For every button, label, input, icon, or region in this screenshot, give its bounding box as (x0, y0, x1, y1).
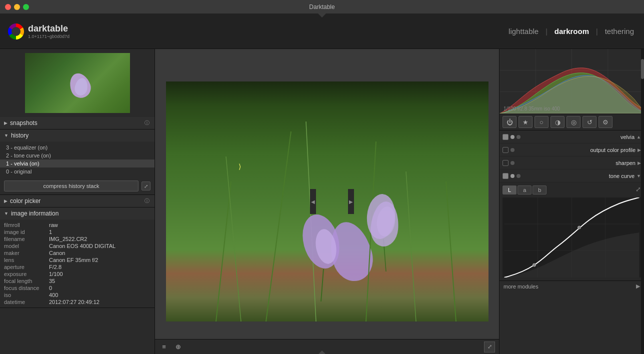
bottom-toolbar: ≡ ⊕ ⤢ (155, 339, 499, 354)
titlebar-arrow (318, 14, 326, 18)
close-button[interactable] (5, 4, 11, 10)
compress-history-button[interactable]: compress history stack (4, 180, 138, 192)
refresh-button[interactable]: ↺ (582, 116, 596, 128)
more-modules-row[interactable]: more modules ▶ (500, 280, 644, 292)
snapshots-header[interactable]: ▶ snapshots ⓘ (0, 117, 154, 129)
power-button[interactable]: ⏻ (502, 116, 516, 128)
left-panel: ▶ snapshots ⓘ ▼ history 3 - equalizer (o… (0, 49, 155, 354)
svg-point-27 (578, 226, 581, 229)
tone-curve-dot2 (516, 174, 520, 178)
main-image[interactable]: ⟩ (166, 82, 488, 322)
tone-curve-graph[interactable] (502, 198, 641, 278)
velvia-arrow[interactable]: ▲ (636, 134, 641, 140)
velvia-label: velvia (522, 134, 634, 140)
right-panel-toggle[interactable]: ▶ (348, 189, 354, 214)
history-item-0[interactable]: 0 - original (0, 168, 154, 176)
info-filename-value: IMG_2522.CR2 (49, 236, 87, 242)
presets-button[interactable]: ★ (518, 116, 532, 128)
info-filmroll: filmroll raw (4, 222, 150, 228)
color-picker-info-icon[interactable]: ⓘ (144, 198, 150, 204)
more-modules-label: more modules (504, 284, 538, 290)
sharpen-arrow[interactable]: ▶ (638, 160, 641, 166)
color-picker-section: ▶ color picker ⓘ (0, 195, 154, 208)
svg-line-12 (384, 239, 386, 272)
history-item-3[interactable]: 3 - equalizer (on) (0, 144, 154, 152)
info-focus-label: focus distance (4, 285, 49, 291)
info-aperture-label: aperture (4, 264, 49, 270)
info-datetime: datetime 2012:07:27 20:49:12 (4, 298, 150, 306)
info-lens-value: Canon EF 35mm f/2 (49, 257, 98, 263)
tc-fullscreen-icon[interactable]: ⤢ (636, 186, 641, 194)
minimize-button[interactable] (14, 4, 20, 10)
info-datetime-value: 2012:07:27 20:49:12 (49, 299, 100, 305)
info-lens-label: lens (4, 257, 49, 263)
snapshots-info-icon[interactable]: ⓘ (144, 120, 150, 126)
svg-line-6 (446, 182, 456, 322)
nav-links: lighttable | darkroom | tethering (506, 26, 636, 36)
tone-curve-label: tone curve (522, 173, 634, 179)
info-filename-label: filename (4, 236, 49, 242)
info-focal-value: 35 (49, 278, 55, 284)
svg-line-0 (216, 182, 231, 322)
color-picker-header[interactable]: ▶ color picker ⓘ (0, 195, 154, 207)
tc-tab-b[interactable]: b (532, 186, 546, 194)
svg-line-4 (366, 142, 376, 322)
history-header[interactable]: ▼ history (0, 130, 154, 142)
info-focal-label: focal length (4, 278, 49, 284)
nav-thumbnail-section (0, 49, 154, 117)
svg-point-7 (296, 210, 344, 272)
history-item-2[interactable]: 2 - tone curve (on) (0, 152, 154, 160)
history-item-1[interactable]: 1 - velvia (on) (0, 160, 154, 168)
color-profile-arrow[interactable]: ▶ (638, 148, 641, 152)
svg-line-1 (226, 156, 241, 322)
tc-tab-L[interactable]: L (502, 186, 516, 194)
image-info-content: filmroll raw image id 1 filename IMG_252… (0, 220, 154, 308)
settings-button[interactable]: ⚙ (598, 116, 612, 128)
maximize-button[interactable] (23, 4, 29, 10)
right-panel: 1/100 f/2.8 35mm iso 400 ⏻ ★ ○ ◑ ◎ ↺ ⚙ v… (499, 49, 644, 354)
velvia-dot2 (516, 135, 520, 139)
right-scrollbar[interactable] (641, 49, 644, 354)
layers-button[interactable]: ⊕ (173, 342, 183, 352)
nav-sep-2: | (596, 28, 598, 36)
logo-icon (8, 24, 24, 40)
nav-tethering[interactable]: tethering (603, 26, 636, 36)
velvia-toggle[interactable] (502, 134, 508, 140)
svg-point-9 (365, 193, 397, 240)
header-bar: darktable 1.0+1171~gb0d0d7d lighttable |… (0, 14, 644, 49)
image-info-header[interactable]: ▼ image information (0, 208, 154, 220)
history-section: ▼ history 3 - equalizer (on) 2 - tone cu… (0, 130, 154, 195)
snapshots-title: snapshots (10, 120, 144, 126)
info-focal-length: focal length 35 (4, 278, 150, 284)
info-datetime-label: datetime (4, 299, 49, 305)
view-button[interactable]: ⤢ (484, 342, 495, 352)
info-maker-label: maker (4, 250, 49, 256)
info-model-value: Canon EOS 400D DIGITAL (49, 243, 116, 249)
nav-thumbnail[interactable] (25, 53, 130, 113)
circle-button[interactable]: ○ (534, 116, 548, 128)
compress-btn-row: compress history stack ⤢ (0, 178, 154, 194)
scrollbar-thumb[interactable] (641, 59, 644, 79)
history-triangle: ▼ (4, 133, 8, 138)
nav-darkroom[interactable]: darkroom (552, 26, 591, 36)
nav-lighttable[interactable]: lighttable (506, 26, 540, 36)
more-modules-arrow: ▶ (636, 283, 640, 290)
info-lens: lens Canon EF 35mm f/2 (4, 256, 150, 264)
compress-icon-button[interactable]: ⤢ (142, 182, 150, 190)
contrast-button[interactable]: ◑ (550, 116, 564, 128)
color-profile-toggle[interactable] (502, 147, 508, 153)
info-focus-distance: focus distance 0 (4, 284, 150, 292)
center-panel: ◀ ▶ ⟩ (155, 49, 499, 354)
left-panel-toggle[interactable]: ◀ (310, 189, 316, 214)
layout-button[interactable]: ≡ (159, 342, 169, 352)
module-tone-curve-row: tone curve ▼ (500, 170, 644, 182)
color-button[interactable]: ◎ (566, 116, 580, 128)
tone-curve-expand[interactable]: ▼ (636, 174, 641, 178)
sharpen-dot (510, 161, 514, 165)
titlebar: Darktable (0, 0, 644, 14)
sharpen-toggle[interactable] (502, 160, 508, 166)
info-filmroll-value: raw (49, 222, 58, 228)
image-info-title: image information (11, 210, 150, 217)
tc-tab-a[interactable]: a (518, 186, 532, 194)
tone-curve-toggle[interactable] (502, 173, 508, 179)
